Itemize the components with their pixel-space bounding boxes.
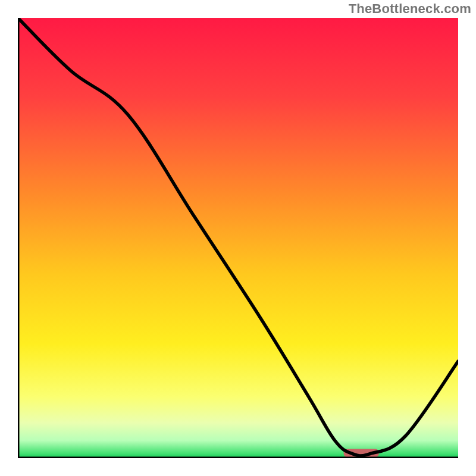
watermark-text: TheBottleneck.com [349,1,471,17]
chart-svg [18,18,458,458]
gradient-background [18,18,458,458]
chart-container: TheBottleneck.com [0,0,476,476]
plot-area [18,18,458,458]
